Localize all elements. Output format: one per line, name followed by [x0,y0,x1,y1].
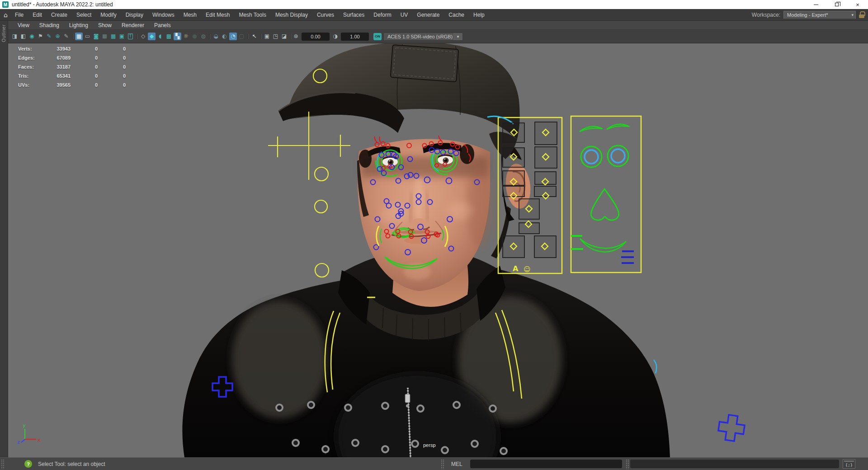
shaded-icon[interactable]: ◆ [148,33,156,40]
blue-cross-control-right[interactable] [717,414,745,442]
gamma-icon[interactable]: ◑ [331,33,339,40]
panel-menu-item[interactable]: View [13,22,34,28]
camera-lock-icon[interactable]: ◧ [19,33,27,40]
work-area: Outliner ViewShadingLightingShowRenderer… [0,21,868,457]
resolution-gate-icon[interactable]: ◙ [92,33,100,40]
menu-item[interactable]: Cache [444,9,469,21]
crosshair-control[interactable] [268,112,350,180]
color-space-select[interactable]: ACES 1.0 SDR-video (sRGB) ▾ [383,33,463,41]
toolbar-separator[interactable] [246,33,250,40]
rig-panel-sliders[interactable]: A ☺ [487,116,562,273]
lights-icon[interactable]: ☼ [182,33,190,40]
toolbar-separator[interactable] [259,33,262,40]
panel-menu-item[interactable]: Renderer [117,22,149,28]
menu-item[interactable]: Generate [412,9,444,21]
panel-menu-bar: ViewShadingLightingShowRendererPanels [8,21,868,30]
safe-title-icon[interactable]: T [127,33,134,40]
panel-menu-item[interactable]: Show [93,22,117,28]
grease-pencil-icon[interactable]: ✎ [62,33,70,40]
rig-panel-smiley: ☺ [524,265,531,273]
workspace-lock-icon[interactable] [859,11,864,18]
menu-item[interactable]: Create [47,9,72,21]
minimize-button[interactable] [806,0,826,9]
xray-icon[interactable]: ◪ [280,33,288,40]
menu-item[interactable]: Mesh [179,9,201,21]
fog-icon[interactable]: ◒ [212,33,220,40]
minimize-icon [814,5,818,5]
drag-handle[interactable] [441,459,444,469]
drag-handle[interactable] [1,459,4,469]
cyan-rig-curve[interactable] [654,360,656,373]
grid-icon[interactable]: ▦ [75,33,83,40]
selection-highlight-icon[interactable]: ↖ [250,33,258,40]
ambient-occlusion-icon[interactable]: ◍ [199,33,207,40]
menu-item[interactable]: Help [469,9,489,21]
shadows-icon[interactable]: ● [191,33,198,40]
toolbar-separator[interactable] [289,33,292,40]
axis-x-label: x [38,437,41,443]
close-button[interactable]: × [847,0,868,9]
menu-item[interactable]: Surfaces [339,9,369,21]
pan-zoom-icon[interactable]: ⊕ [54,33,61,40]
cap-patch [391,45,459,82]
menu-item[interactable]: UV [396,9,413,21]
bookmark-icon[interactable]: ⚑ [37,33,44,40]
menu-item[interactable]: Display [121,9,148,21]
panel-menu-item[interactable]: Panels [149,22,176,28]
outliner-collapsed-panel[interactable]: Outliner [0,21,8,457]
gate-mask-icon[interactable]: ■ [101,33,108,40]
use-default-material-icon[interactable]: ▚ [174,33,181,40]
motion-blur-icon[interactable]: ◔ [229,33,237,40]
wireframe-icon[interactable]: ◇ [139,33,147,40]
help-line-text: Select Tool: select an object [38,461,105,467]
anti-aliasing-icon[interactable]: ▢ [238,33,245,40]
panel-menu-item[interactable]: Shading [34,22,64,28]
isolate-selected-add-icon[interactable]: ◳ [272,33,279,40]
menu-item[interactable]: Curves [312,9,339,21]
film-gate-icon[interactable]: ▭ [84,33,91,40]
drag-handle[interactable] [626,459,629,469]
camera-icon[interactable]: ◨ [11,33,19,40]
script-editor-button[interactable]: {;} [843,459,855,469]
safe-action-icon[interactable]: ▣ [118,33,126,40]
exposure-icon[interactable]: ⊛ [292,33,300,40]
menu-item[interactable]: Deform [369,9,396,21]
color-managed-toggle[interactable]: ON [373,33,382,40]
menu-item[interactable]: Select [72,9,96,21]
menu-item[interactable]: Windows [148,9,179,21]
workspace-select[interactable]: Modeling - Expert* ▾ [783,11,856,19]
panel-menu-item[interactable]: Lighting [64,22,93,28]
chevron-down-icon: ▾ [453,33,462,40]
restore-icon [835,3,839,6]
menu-item[interactable]: File [10,9,28,21]
mel-label[interactable]: MEL [451,461,462,467]
field-chart-icon[interactable]: ▦ [109,33,117,40]
maya-app-icon: M [2,1,9,8]
textured-icon[interactable]: ▩ [165,33,173,40]
workspace-label: Workspace: [752,12,780,18]
hud-row: Faces: 33187 0 0 [18,62,126,71]
wireframe-on-shaded-icon[interactable]: ◖ [156,33,164,40]
perspective-viewport[interactable]: Verts: 33943 0 0 Edges: 67089 0 0 Faces:… [8,43,868,457]
menu-item[interactable]: Modify [96,9,121,21]
image-plane-icon[interactable]: ✎ [45,33,53,40]
toolbar-separator[interactable] [208,33,211,40]
menu-item[interactable]: Edit Mesh [201,9,234,21]
home-icon[interactable]: ⌂ [4,11,8,19]
restore-button[interactable] [826,0,847,9]
viewport-scene[interactable]: A ☺ [8,43,868,457]
menu-item[interactable]: Edit [28,9,47,21]
exposure-field[interactable]: 0.00 [302,33,330,41]
menu-item[interactable]: Mesh Display [271,9,312,21]
camera-name-label[interactable]: persp [423,442,436,448]
depth-of-field-icon[interactable]: ◐ [221,33,228,40]
gamma-field[interactable]: 1.00 [341,33,369,41]
command-line-output [630,460,839,468]
menu-item[interactable]: Mesh Tools [234,9,270,21]
rig-panel-face[interactable] [571,116,641,273]
isolate-select-icon[interactable]: ▣ [263,33,271,40]
camera-orbit-icon[interactable]: ◉ [28,33,36,40]
toolbar-separator[interactable] [135,33,138,40]
command-line-input[interactable] [470,460,622,468]
toolbar-separator[interactable] [71,33,74,40]
